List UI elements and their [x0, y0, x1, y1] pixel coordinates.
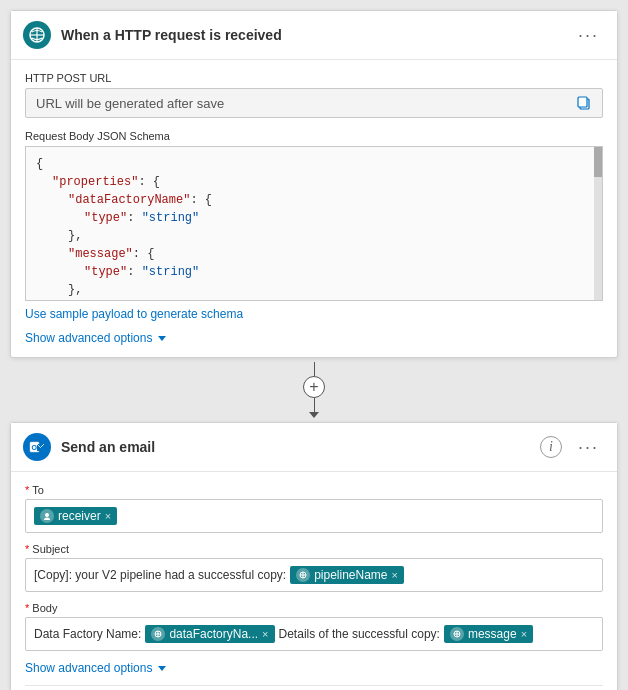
email-card-body: To receiver × Su [11, 472, 617, 690]
trigger-advanced-label: Show advanced options [25, 331, 152, 345]
data-factory-token: dataFactoryNa... × [145, 625, 274, 643]
schema-label: Request Body JSON Schema [25, 130, 603, 142]
receiver-token: receiver × [34, 507, 117, 525]
connector-arrow-icon [309, 412, 319, 418]
body-input[interactable]: Data Factory Name: dataFactoryNa... × [25, 617, 603, 651]
connector-line-bottom [314, 398, 315, 412]
message-icon [453, 630, 461, 638]
receiver-token-close[interactable]: × [105, 510, 111, 522]
pipeline-token-icon [296, 568, 310, 582]
email-menu-button[interactable]: ··· [572, 435, 605, 460]
trigger-card-title: When a HTTP request is received [61, 27, 562, 43]
url-text: URL will be generated after save [36, 96, 576, 111]
data-factory-token-icon [151, 627, 165, 641]
outlook-logo-icon: O [29, 439, 45, 455]
sample-payload-link[interactable]: Use sample payload to generate schema [25, 307, 243, 321]
svg-point-11 [45, 513, 49, 517]
subject-prefix-text: [Copy]: your V2 pipeline had a successfu… [34, 568, 286, 582]
body-field-row: Body Data Factory Name: dataFactoryNa... [25, 602, 603, 651]
trigger-advanced-options[interactable]: Show advanced options [25, 331, 603, 345]
connector: + [303, 358, 325, 422]
http-icon [29, 27, 45, 43]
message-token-icon [450, 627, 464, 641]
to-label: To [25, 484, 603, 496]
trigger-card: When a HTTP request is received ··· HTTP… [10, 10, 618, 358]
svg-text:O: O [32, 444, 38, 451]
subject-input[interactable]: [Copy]: your V2 pipeline had a successfu… [25, 558, 603, 592]
add-step-button[interactable]: + [303, 376, 325, 398]
subject-label: Subject [25, 543, 603, 555]
connected-section: Connected to . Change connection. [25, 685, 603, 690]
page-wrapper: When a HTTP request is received ··· HTTP… [10, 10, 618, 690]
body-label: Body [25, 602, 603, 614]
schema-editor[interactable]: { "properties": { "dataFactoryName": { "… [25, 146, 603, 301]
data-factory-token-label: dataFactoryNa... [169, 627, 258, 641]
svg-rect-4 [578, 97, 587, 107]
schema-scrollbar[interactable] [594, 147, 602, 300]
plus-icon: + [309, 378, 318, 396]
email-advanced-label: Show advanced options [25, 661, 152, 675]
trigger-card-header: When a HTTP request is received ··· [11, 11, 617, 60]
schema-scrollbar-thumb[interactable] [594, 147, 602, 177]
message-token-close[interactable]: × [521, 628, 527, 640]
copy-icon [576, 95, 592, 111]
factory-icon [154, 630, 162, 638]
trigger-icon [23, 21, 51, 49]
pipeline-name-token: pipelineName × [290, 566, 404, 584]
http-post-url-label: HTTP POST URL [25, 72, 603, 84]
trigger-menu-button[interactable]: ··· [572, 23, 605, 48]
email-advanced-options[interactable]: Show advanced options [25, 661, 603, 675]
trigger-card-body: HTTP POST URL URL will be generated afte… [11, 60, 617, 357]
body-text2: Details of the successful copy: [279, 627, 440, 641]
data-icon [299, 571, 307, 579]
url-field: URL will be generated after save [25, 88, 603, 118]
data-factory-token-close[interactable]: × [262, 628, 268, 640]
to-field-row: To receiver × [25, 484, 603, 533]
subject-field-row: Subject [Copy]: your V2 pipeline had a s… [25, 543, 603, 592]
pipeline-token-label: pipelineName [314, 568, 387, 582]
email-advanced-chevron-icon [158, 666, 166, 671]
outlook-icon: O [23, 433, 51, 461]
connector-line-top [314, 362, 315, 376]
pipeline-token-close[interactable]: × [392, 569, 398, 581]
receiver-token-label: receiver [58, 509, 101, 523]
person-icon [43, 512, 51, 520]
message-token: message × [444, 625, 533, 643]
body-text1: Data Factory Name: [34, 627, 141, 641]
message-token-label: message [468, 627, 517, 641]
to-input[interactable]: receiver × [25, 499, 603, 533]
email-card-title: Send an email [61, 439, 530, 455]
trigger-advanced-chevron-icon [158, 336, 166, 341]
info-button[interactable]: i [540, 436, 562, 458]
email-card: O Send an email i ··· To [10, 422, 618, 690]
receiver-token-icon [40, 509, 54, 523]
copy-button[interactable] [576, 95, 592, 111]
email-card-header: O Send an email i ··· [11, 423, 617, 472]
